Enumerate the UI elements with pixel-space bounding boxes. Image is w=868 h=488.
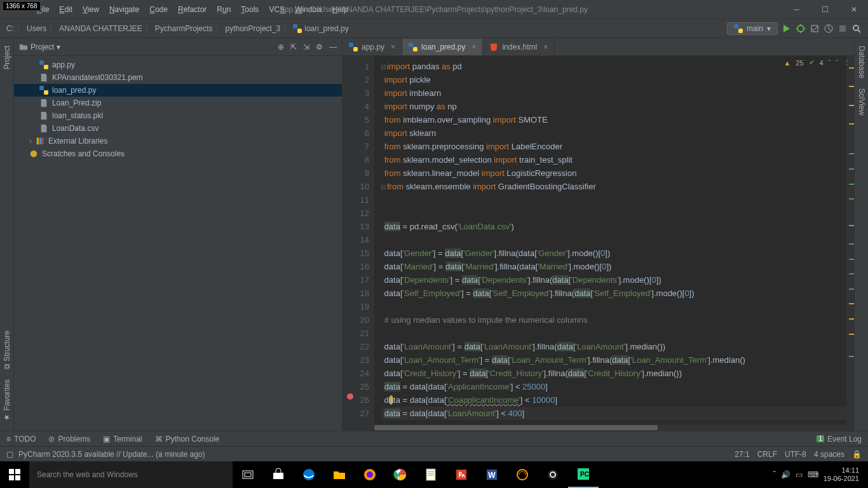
breadcrumb[interactable]: C:〉 Users〉 ANANDA CHATTERJEE〉 PycharmPro… bbox=[6, 23, 349, 34]
close-tab-icon[interactable]: × bbox=[391, 43, 395, 51]
app-icon-2[interactable] bbox=[538, 461, 568, 488]
breadcrumb-item[interactable]: Users bbox=[27, 24, 46, 33]
caret-position[interactable]: 27:1 bbox=[735, 450, 749, 459]
favorites-tool-button[interactable]: ★ Favorites bbox=[3, 374, 11, 427]
tree-file-item[interactable]: loan_pred.py bbox=[14, 84, 342, 97]
left-tool-stripe: Project ⧉ Structure ★ Favorites bbox=[0, 38, 14, 431]
indent-info[interactable]: 4 spaces bbox=[814, 450, 844, 459]
menu-edit[interactable]: Edit bbox=[54, 5, 78, 14]
locate-icon[interactable]: ⊕ bbox=[278, 43, 284, 51]
tree-file-item[interactable]: Loan_Pred.zip bbox=[14, 97, 342, 109]
event-log-button[interactable]: 1Event Log bbox=[817, 435, 862, 444]
structure-tool-button[interactable]: ⧉ Structure bbox=[3, 325, 11, 374]
taskbar-search[interactable]: Search the web and Windows bbox=[29, 461, 233, 488]
lock-icon[interactable]: 🔒 bbox=[852, 450, 862, 459]
pycharm-taskbar-icon[interactable]: PC bbox=[568, 461, 599, 488]
maximize-button[interactable]: ☐ bbox=[811, 0, 839, 19]
expand-all-icon[interactable]: ⇱ bbox=[290, 43, 297, 51]
tray-chevron-icon[interactable]: ˆ bbox=[773, 470, 776, 479]
menu-navigate[interactable]: Navigate bbox=[104, 5, 144, 14]
acrobat-icon[interactable] bbox=[446, 461, 477, 488]
error-stripe[interactable] bbox=[846, 56, 854, 431]
menu-view[interactable]: View bbox=[78, 5, 104, 14]
start-button[interactable] bbox=[0, 461, 29, 488]
tree-file-item[interactable]: KPAnandatest030321.pem bbox=[14, 71, 342, 84]
stop-icon[interactable] bbox=[837, 24, 848, 34]
svg-rect-16 bbox=[349, 43, 353, 47]
app-icon-1[interactable] bbox=[507, 461, 538, 488]
weak-warning-count: 4 bbox=[820, 59, 824, 67]
menu-tools[interactable]: Tools bbox=[236, 5, 264, 14]
keyboard-icon[interactable]: ⌨ bbox=[808, 470, 818, 479]
line-separator[interactable]: CRLF bbox=[757, 450, 777, 459]
close-button[interactable]: ✕ bbox=[839, 0, 868, 19]
python-icon bbox=[734, 24, 743, 33]
project-tree[interactable]: app.pyKPAnandatest030321.pemloan_pred.py… bbox=[14, 56, 342, 163]
volume-icon[interactable]: 🔊 bbox=[781, 470, 790, 479]
problems-tool-button[interactable]: ⊘Problems bbox=[48, 435, 90, 444]
minimize-button[interactable]: ─ bbox=[782, 0, 811, 19]
python-console-tool-button[interactable]: ⌘Python Console bbox=[155, 435, 220, 444]
tree-file-item[interactable]: app.py bbox=[14, 58, 342, 71]
file-encoding[interactable]: UTF-8 bbox=[785, 450, 806, 459]
dimension-tag: 868 x 488 bbox=[3, 1, 41, 11]
breadcrumb-item[interactable]: pythonProject_3 bbox=[226, 24, 281, 33]
close-tab-icon[interactable]: × bbox=[543, 43, 548, 51]
coverage-icon[interactable] bbox=[810, 24, 820, 34]
horizontal-scrollbar[interactable] bbox=[374, 424, 846, 431]
menu-run[interactable]: Run bbox=[212, 5, 236, 14]
todo-tool-button[interactable]: ≡TODO bbox=[6, 435, 36, 444]
project-panel-title[interactable]: Project ▾ bbox=[19, 43, 60, 51]
breadcrumb-item[interactable]: PycharmProjects bbox=[155, 24, 213, 33]
more-icon[interactable]: ⋮ bbox=[843, 58, 850, 67]
bottom-tool-stripe: ≡TODO ⊘Problems ▣Terminal ⌘Python Consol… bbox=[0, 431, 868, 446]
code-area[interactable]: ⊟import pandas as pd import pickle impor… bbox=[374, 56, 846, 431]
terminal-tool-button[interactable]: ▣Terminal bbox=[103, 435, 142, 444]
chevron-up-icon[interactable]: ˆ bbox=[829, 59, 831, 67]
explorer-icon[interactable] bbox=[324, 461, 355, 488]
search-everywhere-icon[interactable] bbox=[851, 24, 862, 34]
chrome-icon[interactable] bbox=[385, 461, 416, 488]
close-tab-icon[interactable]: × bbox=[471, 43, 476, 51]
edge-icon[interactable] bbox=[294, 461, 324, 488]
collapse-all-icon[interactable]: ⇲ bbox=[303, 43, 309, 51]
debug-icon[interactable] bbox=[796, 24, 806, 34]
menu-code[interactable]: Code bbox=[144, 5, 173, 14]
hide-icon[interactable]: — bbox=[329, 43, 337, 51]
battery-icon[interactable]: ▭ bbox=[796, 470, 803, 479]
notepad-icon[interactable] bbox=[416, 461, 446, 488]
external-libraries[interactable]: › External Libraries bbox=[14, 135, 342, 147]
svg-rect-11 bbox=[44, 90, 48, 95]
tree-file-item[interactable]: loan_status.pkl bbox=[14, 109, 342, 122]
database-tool-button[interactable]: Database bbox=[857, 41, 866, 83]
editor-tab[interactable]: index.html× bbox=[483, 39, 555, 55]
store-icon[interactable] bbox=[263, 461, 294, 488]
profile-icon[interactable] bbox=[824, 24, 834, 34]
inspections-widget[interactable]: ▲25 ✔4 ˆ ˇ ⋮ bbox=[783, 58, 850, 67]
menu-refactor[interactable]: Refactor bbox=[173, 5, 212, 14]
run-icon[interactable] bbox=[782, 24, 792, 34]
run-config-selector[interactable]: main ▾ bbox=[727, 22, 778, 35]
chevron-down-icon[interactable]: ˇ bbox=[836, 59, 838, 67]
task-view-icon[interactable] bbox=[233, 461, 263, 488]
editor-tab[interactable]: app.py× bbox=[342, 39, 402, 55]
clock[interactable]: 14:11 19-06-2021 bbox=[824, 466, 862, 483]
word-icon[interactable]: W bbox=[477, 461, 507, 488]
editor-tab[interactable]: loan_pred.py× bbox=[402, 39, 483, 55]
status-message[interactable]: PyCharm 2020.3.5 available // Update... … bbox=[18, 450, 205, 459]
scratches[interactable]: Scratches and Consoles bbox=[14, 147, 342, 160]
tree-file-item[interactable]: LoanData.csv bbox=[14, 122, 342, 135]
project-tool-button[interactable]: Project bbox=[3, 41, 11, 74]
editor-gutter[interactable]: 1234567891011121314151617181920212223242… bbox=[342, 56, 374, 431]
sciview-tool-button[interactable]: SciView bbox=[857, 83, 866, 120]
gear-icon[interactable]: ⚙ bbox=[316, 43, 323, 51]
system-tray[interactable]: ˆ 🔊 ▭ ⌨ 14:11 19-06-2021 bbox=[767, 466, 868, 483]
window-title: app.py - C:\Users\ANANDA CHATTERJEE\Pych… bbox=[280, 5, 588, 14]
tool-window-icon[interactable]: ▢ bbox=[6, 450, 13, 459]
firefox-icon[interactable] bbox=[355, 461, 385, 488]
svg-rect-1 bbox=[297, 29, 302, 33]
breadcrumb-item[interactable]: ANANDA CHATTERJEE bbox=[59, 24, 142, 33]
svg-point-26 bbox=[303, 469, 315, 480]
breadcrumb-item[interactable]: C: bbox=[6, 24, 14, 33]
breadcrumb-item[interactable]: loan_pred.py bbox=[304, 24, 348, 33]
